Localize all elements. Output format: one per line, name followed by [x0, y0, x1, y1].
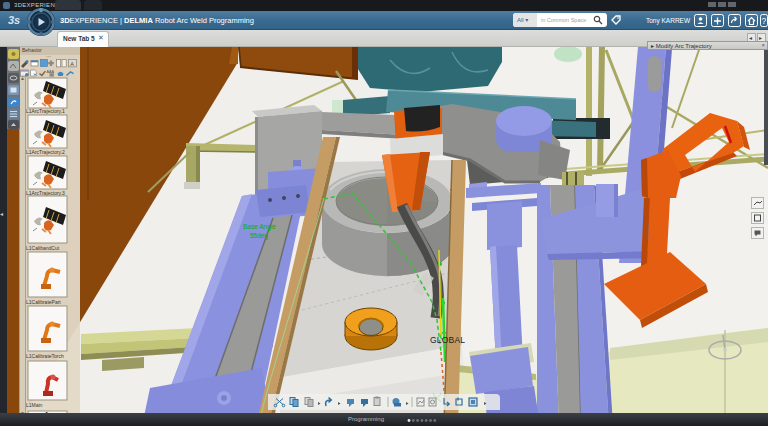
svg-text:L1ArcTrajectory.1: L1ArcTrajectory.1 [26, 108, 65, 114]
svg-text:L1CalibrateTorch: L1CalibrateTorch [26, 353, 64, 359]
svg-text:L1CalibratePart: L1CalibratePart [26, 299, 61, 305]
svg-text:Base Angle: Base Angle [243, 223, 276, 231]
svg-text:GLOBAL: GLOBAL [430, 335, 465, 345]
svg-text:?: ? [762, 16, 767, 26]
svg-text:L1CalibandCut: L1CalibandCut [26, 245, 60, 251]
svg-text:L1ArcTrajectory.2: L1ArcTrajectory.2 [26, 149, 65, 155]
svg-text:L1ArcTrajectory.3: L1ArcTrajectory.3 [26, 190, 65, 196]
svg-text:L1Main: L1Main [26, 402, 43, 408]
svg-text:55deg: 55deg [250, 232, 268, 240]
